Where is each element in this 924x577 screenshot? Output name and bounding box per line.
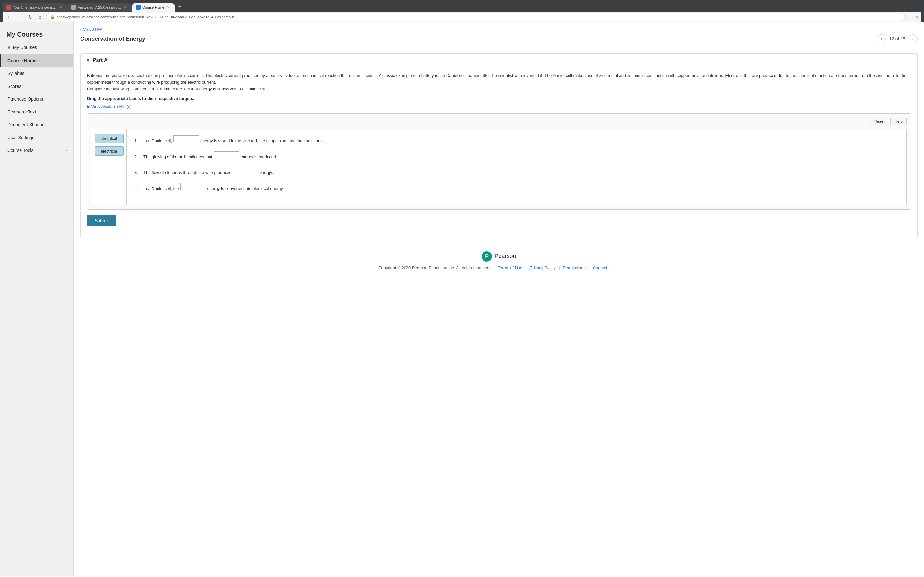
- q4-drop-target[interactable]: [180, 183, 206, 190]
- prev-page-button[interactable]: ‹: [877, 34, 886, 43]
- course-tools-arrow-icon: ›: [66, 148, 67, 153]
- pearson-logo: P Pearson: [80, 251, 918, 261]
- sidebar-item-syllabus-label: Syllabus: [7, 71, 24, 76]
- sidebar-item-course-tools[interactable]: Course Tools ›: [0, 144, 73, 157]
- q2-drop-target[interactable]: [214, 151, 239, 158]
- footer-links: Copyright © 2020 Pearson Education Inc. …: [80, 266, 918, 270]
- q4-before: In a Daniel cell, the: [144, 185, 179, 192]
- help-button[interactable]: Help: [890, 118, 907, 125]
- footer-sep-3: |: [559, 266, 561, 270]
- sidebar-item-scores-label: Scores: [7, 84, 21, 89]
- submit-button[interactable]: Submit: [87, 215, 116, 226]
- question-4: 4. In a Daniel cell, the energy is conve…: [134, 183, 899, 192]
- page-layout: My Courses ● My Courses Course Home Syll…: [0, 23, 924, 576]
- footer-terms-link[interactable]: Terms of Use: [498, 266, 523, 270]
- q3-before: The flow of electrons through the wire p…: [144, 169, 231, 176]
- bookmark-button[interactable]: ☆: [915, 15, 919, 19]
- pagination-label: 12 of 15: [889, 36, 905, 41]
- footer-copyright: Copyright © 2020 Pearson Education Inc. …: [378, 266, 491, 270]
- part-collapse-icon: ▼: [86, 58, 90, 63]
- q1-after: energy is stored in the zinc rod, the co…: [200, 137, 323, 145]
- reload-button[interactable]: ↻: [27, 13, 34, 21]
- footer-privacy-link[interactable]: Privacy Policy: [530, 266, 556, 270]
- q3-after: energy.: [260, 169, 273, 176]
- sidebar-item-course-home-label: Course Home: [7, 58, 37, 63]
- q2-after: energy is produced.: [241, 153, 277, 161]
- home-button[interactable]: ⌂: [37, 13, 43, 21]
- part-header[interactable]: ▼ Part A: [81, 53, 917, 67]
- questions-panel: 1. In a Daniel cell, energy is stored in…: [127, 129, 906, 205]
- q3-text: The flow of electrons through the wire p…: [144, 167, 273, 176]
- browser-chrome: Your Chemistry answer is ready ✕ Answere…: [0, 0, 924, 23]
- drag-drop-container: Reset Help chemical electrical 1.: [87, 113, 911, 210]
- sidebar-item-user-settings-label: User Settings: [7, 135, 34, 140]
- drag-label-electrical[interactable]: electrical: [95, 147, 124, 156]
- pagination: ‹ 12 of 15 ›: [877, 34, 918, 43]
- drag-label-chemical[interactable]: chemical: [95, 134, 124, 143]
- tab-answered-title: Answered: A 25.0 g sample of m...: [78, 5, 121, 9]
- q1-before: In a Daniel cell,: [144, 137, 172, 145]
- sidebar-item-document-sharing-label: Document Sharing: [7, 122, 45, 127]
- tab-course-home[interactable]: Course Home ✕: [132, 3, 174, 11]
- part-title: Part A: [93, 57, 108, 63]
- footer-sep-5: |: [617, 266, 618, 270]
- sidebar-heading: My Courses: [0, 26, 73, 41]
- reset-button[interactable]: Reset: [870, 118, 888, 125]
- q1-num: 1.: [134, 139, 141, 143]
- footer-contact-link[interactable]: Contact Us: [593, 266, 614, 270]
- sidebar-item-pearson-etext-label: Pearson eText: [7, 109, 36, 114]
- footer-sep-2: |: [525, 266, 528, 270]
- tab-gmail-title: Your Chemistry answer is ready: [13, 5, 57, 9]
- q4-text: In a Daniel cell, the energy is converte…: [144, 183, 284, 192]
- sidebar-item-pearson-etext[interactable]: Pearson eText: [0, 105, 73, 118]
- sidebar-item-syllabus[interactable]: Syllabus: [0, 67, 73, 80]
- q2-before: The glowing of the bulb indicates that: [144, 153, 212, 161]
- my-courses-icon: ●: [7, 45, 11, 50]
- tab-gmail[interactable]: Your Chemistry answer is ready ✕: [3, 3, 67, 11]
- question-3: 3. The flow of electrons through the wir…: [134, 167, 899, 176]
- q2-num: 2.: [134, 155, 141, 159]
- part-section: ▼ Part A Batteries are portable devices …: [80, 53, 918, 238]
- sidebar-item-user-settings[interactable]: User Settings: [0, 131, 73, 144]
- new-tab-button[interactable]: +: [175, 2, 184, 11]
- sidebar-item-my-courses[interactable]: ● My Courses: [0, 41, 73, 54]
- part-description: Batteries are portable devices that can …: [87, 73, 911, 92]
- breadcrumb[interactable]: ‹ Ch 03 HW: [80, 27, 918, 32]
- q3-num: 3.: [134, 170, 141, 175]
- footer-sep-4: |: [589, 266, 591, 270]
- browser-actions: ⋯ ☆: [908, 15, 919, 19]
- page-title: Conservation of Energy: [80, 35, 145, 42]
- q2-text: The glowing of the bulb indicates that e…: [144, 151, 277, 161]
- q4-num: 4.: [134, 186, 141, 191]
- sidebar-item-scores[interactable]: Scores: [0, 80, 73, 93]
- footer-permissions-link[interactable]: Permissions: [563, 266, 586, 270]
- hint-link[interactable]: ▶ View Available Hint(s): [87, 104, 911, 109]
- sidebar-item-course-home[interactable]: Course Home: [0, 54, 73, 67]
- page-title-row: Conservation of Energy ‹ 12 of 15 ›: [80, 34, 918, 43]
- q1-drop-target[interactable]: [173, 135, 199, 142]
- url-text: https://openvellum.ecollege.com/course.h…: [57, 15, 901, 19]
- address-bar-row: ← → ↻ ⌂ 🔒 https://openvellum.ecollege.co…: [3, 11, 921, 23]
- sidebar-item-my-courses-label: My Courses: [13, 45, 37, 50]
- tab-answered[interactable]: Answered: A 25.0 g sample of m... ✕: [67, 3, 132, 11]
- tab-bar: Your Chemistry answer is ready ✕ Answere…: [3, 2, 921, 11]
- pearson-logo-text: Pearson: [494, 253, 516, 259]
- sidebar-item-document-sharing[interactable]: Document Sharing: [0, 118, 73, 131]
- tab-answered-close[interactable]: ✕: [123, 5, 128, 10]
- tab-course-home-close[interactable]: ✕: [166, 5, 171, 10]
- q3-drop-target[interactable]: [233, 167, 258, 174]
- drag-drop-toolbar: Reset Help: [91, 118, 907, 125]
- next-page-button[interactable]: ›: [909, 34, 918, 43]
- main-content: ‹ Ch 03 HW Conservation of Energy ‹ 12 o…: [74, 23, 924, 576]
- address-bar[interactable]: 🔒 https://openvellum.ecollege.com/course…: [46, 13, 905, 21]
- sidebar-item-purchase-options[interactable]: Purchase Options: [0, 93, 73, 105]
- tab-gmail-close[interactable]: ✕: [58, 5, 63, 10]
- more-button[interactable]: ⋯: [908, 15, 912, 19]
- back-button[interactable]: ←: [5, 13, 13, 21]
- question-2: 2. The glowing of the bulb indicates tha…: [134, 151, 899, 161]
- sidebar-item-course-tools-label: Course Tools: [7, 148, 33, 153]
- footer-sep-1: |: [494, 266, 496, 270]
- sidebar: My Courses ● My Courses Course Home Syll…: [0, 23, 74, 576]
- part-body: Batteries are portable devices that can …: [81, 67, 917, 238]
- forward-button[interactable]: →: [16, 13, 24, 21]
